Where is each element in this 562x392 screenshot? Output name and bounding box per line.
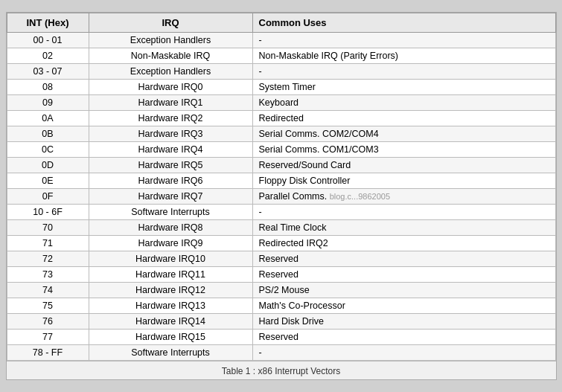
table-row: 71Hardware IRQ9Redirected IRQ2 xyxy=(7,236,555,251)
table-row: 72Hardware IRQ10Reserved xyxy=(7,251,555,267)
cell-uses: PS/2 Mouse xyxy=(252,283,555,298)
cell-irq: Hardware IRQ13 xyxy=(89,298,252,314)
cell-int: 75 xyxy=(7,298,89,314)
table-row: 10 - 6FSoftware Interrupts- xyxy=(7,205,555,220)
cell-irq: Non-Maskable IRQ xyxy=(89,48,252,64)
cell-int: 72 xyxy=(7,251,89,267)
cell-irq: Hardware IRQ8 xyxy=(89,220,252,236)
cell-irq: Hardware IRQ11 xyxy=(89,267,252,283)
cell-irq: Hardware IRQ14 xyxy=(89,314,252,330)
cell-irq: Software Interrupts xyxy=(89,205,252,220)
cell-int: 76 xyxy=(7,314,89,330)
header-int: INT (Hex) xyxy=(7,13,89,33)
cell-int: 08 xyxy=(7,80,89,95)
cell-int: 10 - 6F xyxy=(7,205,89,220)
table-row: 0FHardware IRQ7Parallel Comms. blog.c...… xyxy=(7,189,555,205)
cell-uses: - xyxy=(252,33,555,48)
cell-int: 78 - FF xyxy=(7,345,89,361)
table-row: 75Hardware IRQ13Math's Co-Processor xyxy=(7,298,555,314)
cell-int: 73 xyxy=(7,267,89,283)
cell-uses: Serial Comms. COM2/COM4 xyxy=(252,126,555,142)
table-row: 0EHardware IRQ6Floppy Disk Controller xyxy=(7,173,555,189)
cell-int: 0D xyxy=(7,158,89,173)
table-row: 78 - FFSoftware Interrupts- xyxy=(7,345,555,361)
cell-uses: System Timer xyxy=(252,80,555,95)
cell-uses: Reserved xyxy=(252,251,555,267)
cell-int: 00 - 01 xyxy=(7,33,89,48)
interrupt-table: INT (Hex) IRQ Common Uses 00 - 01Excepti… xyxy=(7,13,556,361)
table-row: 73Hardware IRQ11Reserved xyxy=(7,267,555,283)
cell-uses: Redirected IRQ2 xyxy=(252,236,555,251)
cell-irq: Hardware IRQ7 xyxy=(89,189,252,205)
table-caption: Table 1 : x86 Interrupt Vectors xyxy=(7,361,556,379)
cell-int: 77 xyxy=(7,330,89,345)
table-row: 0AHardware IRQ2Redirected xyxy=(7,111,555,126)
cell-uses: Real Time Clock xyxy=(252,220,555,236)
cell-irq: Hardware IRQ0 xyxy=(89,80,252,95)
cell-irq: Hardware IRQ1 xyxy=(89,95,252,111)
cell-uses: Serial Comms. COM1/COM3 xyxy=(252,142,555,158)
cell-int: 09 xyxy=(7,95,89,111)
cell-uses: Math's Co-Processor xyxy=(252,298,555,314)
table-row: 76Hardware IRQ14Hard Disk Drive xyxy=(7,314,555,330)
cell-int: 74 xyxy=(7,283,89,298)
cell-uses: - xyxy=(252,345,555,361)
cell-int: 70 xyxy=(7,220,89,236)
watermark-text: blog.c...9862005 xyxy=(330,192,390,201)
cell-irq: Exception Handlers xyxy=(89,33,252,48)
table-row: 02Non-Maskable IRQNon-Maskable IRQ (Pari… xyxy=(7,48,555,64)
table-row: 08Hardware IRQ0System Timer xyxy=(7,80,555,95)
cell-irq: Hardware IRQ2 xyxy=(89,111,252,126)
table-row: 70Hardware IRQ8Real Time Clock xyxy=(7,220,555,236)
cell-int: 0E xyxy=(7,173,89,189)
cell-int: 0A xyxy=(7,111,89,126)
cell-irq: Hardware IRQ12 xyxy=(89,283,252,298)
cell-uses: - xyxy=(252,205,555,220)
cell-int: 02 xyxy=(7,48,89,64)
cell-irq: Exception Handlers xyxy=(89,64,252,80)
cell-uses: Redirected xyxy=(252,111,555,126)
table-row: 0DHardware IRQ5Reserved/Sound Card xyxy=(7,158,555,173)
cell-irq: Hardware IRQ10 xyxy=(89,251,252,267)
table-row: 03 - 07Exception Handlers- xyxy=(7,64,555,80)
cell-uses: Non-Maskable IRQ (Parity Errors) xyxy=(252,48,555,64)
cell-uses: - xyxy=(252,64,555,80)
table-row: 09Hardware IRQ1Keyboard xyxy=(7,95,555,111)
table-row: 74Hardware IRQ12PS/2 Mouse xyxy=(7,283,555,298)
cell-uses: Reserved xyxy=(252,330,555,345)
main-container: INT (Hex) IRQ Common Uses 00 - 01Excepti… xyxy=(6,12,557,380)
cell-uses: Parallel Comms. blog.c...9862005 xyxy=(252,189,555,205)
cell-uses: Hard Disk Drive xyxy=(252,314,555,330)
cell-irq: Hardware IRQ15 xyxy=(89,330,252,345)
cell-uses: Reserved xyxy=(252,267,555,283)
cell-uses: Keyboard xyxy=(252,95,555,111)
cell-irq: Hardware IRQ9 xyxy=(89,236,252,251)
table-row: 0BHardware IRQ3Serial Comms. COM2/COM4 xyxy=(7,126,555,142)
table-header-row: INT (Hex) IRQ Common Uses xyxy=(7,13,555,33)
cell-int: 71 xyxy=(7,236,89,251)
cell-int: 0B xyxy=(7,126,89,142)
cell-irq: Hardware IRQ5 xyxy=(89,158,252,173)
cell-int: 03 - 07 xyxy=(7,64,89,80)
cell-uses: Floppy Disk Controller xyxy=(252,173,555,189)
cell-int: 0C xyxy=(7,142,89,158)
header-irq: IRQ xyxy=(89,13,252,33)
cell-irq: Hardware IRQ3 xyxy=(89,126,252,142)
cell-int: 0F xyxy=(7,189,89,205)
table-row: 00 - 01Exception Handlers- xyxy=(7,33,555,48)
table-row: 0CHardware IRQ4Serial Comms. COM1/COM3 xyxy=(7,142,555,158)
cell-irq: Hardware IRQ4 xyxy=(89,142,252,158)
cell-irq: Software Interrupts xyxy=(89,345,252,361)
header-uses: Common Uses xyxy=(252,13,555,33)
cell-irq: Hardware IRQ6 xyxy=(89,173,252,189)
cell-uses: Reserved/Sound Card xyxy=(252,158,555,173)
table-row: 77Hardware IRQ15Reserved xyxy=(7,330,555,345)
